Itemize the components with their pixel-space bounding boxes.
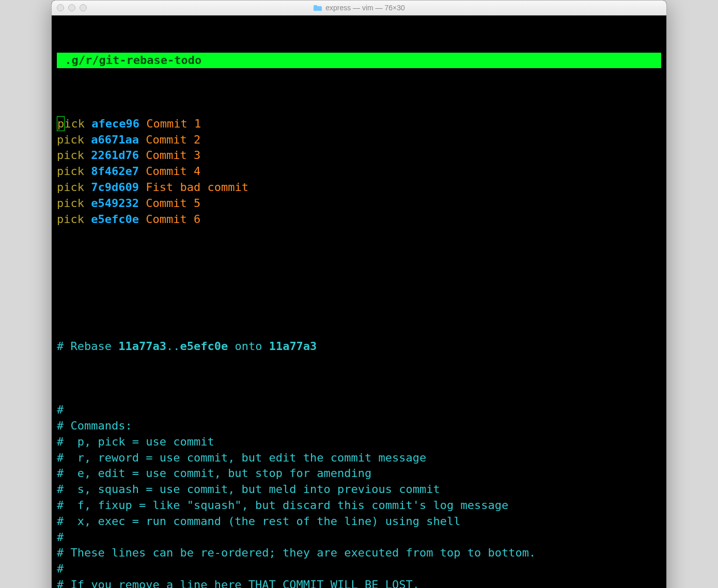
folder-icon (313, 4, 322, 11)
help-line: # If you remove a line here THAT COMMIT … (57, 577, 661, 588)
commit-message: Commit 4 (146, 165, 200, 178)
help-line: # f, fixup = like "squash", but discard … (57, 498, 661, 514)
help-line: # (57, 561, 661, 577)
commit-message: Commit 2 (146, 133, 200, 146)
commit-hash: e549232 (91, 197, 139, 210)
rebase-help-text: ## Commands:# p, pick = use commit# r, r… (57, 402, 661, 588)
commit-hash: e5efc0e (91, 213, 139, 226)
titlebar[interactable]: express — vim — 76×30 (52, 1, 666, 15)
commit-message: Commit 1 (146, 117, 201, 130)
vim-tab-label: .g/r/git-rebase-todo (65, 54, 201, 67)
rebase-summary-line: # Rebase 11a77a3..e5efc0e onto 11a77a3 (57, 339, 661, 355)
terminal-window: express — vim — 76×30 .g/r/git-rebase-to… (51, 0, 667, 588)
commit-hash: 2261d76 (91, 149, 139, 162)
commit-hash: a6671aa (91, 133, 139, 146)
vim-tab-fill (211, 53, 661, 69)
zoom-icon[interactable] (80, 4, 87, 11)
window-title: express — vim — 76×30 (325, 4, 405, 12)
help-line: # s, squash = use commit, but meld into … (57, 482, 661, 498)
commit-message: Commit 5 (146, 197, 200, 210)
rebase-commit-line: pick 7c9d609 Fist bad commit (57, 180, 661, 196)
rebase-commit-line: pick e549232 Commit 5 (57, 196, 661, 212)
rebase-commit-line: pick e5efc0e Commit 6 (57, 212, 661, 228)
help-line: # (57, 530, 661, 546)
vim-cursor: p (57, 116, 65, 132)
window-controls (57, 4, 87, 11)
vim-tabbar: .g/r/git-rebase-todo (57, 53, 661, 69)
commit-hash: 7c9d609 (91, 181, 139, 194)
help-line: # e, edit = use commit, but stop for ame… (57, 466, 661, 482)
rebase-commit-line: pick afece96 Commit 1 (57, 116, 661, 132)
rebase-commit-line: pick 8f462e7 Commit 4 (57, 164, 661, 180)
rebase-commit-line: pick 2261d76 Commit 3 (57, 148, 661, 164)
vim-tab-active[interactable]: .g/r/git-rebase-todo (57, 53, 211, 69)
commit-message: Commit 3 (146, 149, 200, 162)
terminal-viewport[interactable]: .g/r/git-rebase-todo pick afece96 Commit… (52, 15, 666, 588)
help-line: # These lines can be re-ordered; they ar… (57, 545, 661, 561)
commit-hash: afece96 (91, 117, 139, 130)
help-line: # Commands: (57, 418, 661, 434)
minimize-icon[interactable] (68, 4, 75, 11)
help-line: # x, exec = run command (the rest of the… (57, 514, 661, 530)
commit-hash: 8f462e7 (91, 165, 139, 178)
commit-message: Commit 6 (146, 213, 200, 226)
rebase-commit-list: pick afece96 Commit 1pick a6671aa Commit… (57, 116, 661, 228)
rebase-commit-line: pick a6671aa Commit 2 (57, 132, 661, 148)
help-line: # p, pick = use commit (57, 434, 661, 450)
commit-message: Fist bad commit (146, 181, 248, 194)
help-line: # (57, 402, 661, 418)
title-center: express — vim — 76×30 (52, 4, 666, 12)
close-icon[interactable] (57, 4, 64, 11)
blank-line (57, 275, 661, 291)
help-line: # r, reword = use commit, but edit the c… (57, 450, 661, 466)
